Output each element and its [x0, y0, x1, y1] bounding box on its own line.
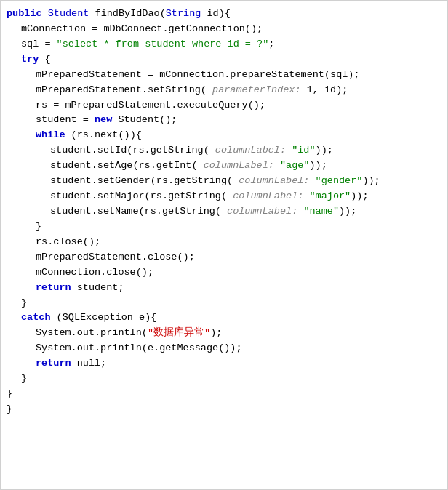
code-line: rs = mPreparedStatement.executeQuery(); — [1, 98, 447, 113]
code-token: { — [39, 52, 50, 68]
code-token: Student — [48, 7, 95, 22]
code-token — [297, 204, 303, 220]
code-line: student.setName(rs.getString( columnLabe… — [1, 204, 447, 220]
code-token: "name" — [303, 204, 339, 220]
code-line: rs.close(); — [1, 235, 447, 250]
code-token: mConnection.close(); — [36, 265, 153, 281]
code-line: while (rs.next()){ — [1, 128, 447, 143]
code-line: sql = "select * from student where id = … — [1, 37, 447, 52]
code-token: "数据库异常" — [148, 326, 210, 341]
code-token: columnLabel: — [227, 204, 297, 220]
code-token: "select * from student where id = ?" — [57, 37, 269, 52]
code-line: try { — [1, 52, 447, 68]
code-token: student.setName(rs.getString( — [50, 204, 227, 220]
code-token — [303, 189, 309, 204]
code-token: student.setGender(rs.getString( — [50, 174, 239, 189]
code-token: ; — [268, 37, 274, 52]
code-token: System.out.println( — [36, 326, 148, 341]
code-line: } — [1, 220, 447, 235]
code-token: "id" — [292, 143, 315, 158]
code-token: )); — [316, 143, 333, 158]
code-token: student.setAge(rs.getInt( — [50, 158, 204, 174]
code-token: id){ — [207, 7, 230, 22]
code-token: rs.close(); — [36, 235, 100, 250]
code-token: student; — [77, 281, 124, 296]
code-token — [274, 158, 280, 174]
code-line: mConnection.close(); — [1, 265, 447, 281]
code-token: } — [7, 387, 12, 402]
code-token: student.setId(rs.getString( — [50, 143, 215, 158]
code-token: student.setMajor(rs.getString( — [50, 189, 233, 204]
code-token: public — [7, 7, 48, 22]
code-token: columnLabel: — [239, 174, 309, 189]
code-line: public Student findByIdDao(String id){ — [1, 7, 447, 22]
code-token: parameterIndex: — [212, 83, 301, 98]
code-line: mPreparedStatement = mConnection.prepare… — [1, 68, 447, 83]
code-line: } — [1, 402, 447, 417]
code-token: "age" — [280, 158, 310, 174]
code-token: )); — [362, 174, 380, 189]
code-token: )); — [339, 204, 356, 220]
code-token: return — [36, 281, 77, 296]
code-token — [286, 143, 292, 158]
code-token: (SQLException e){ — [51, 310, 157, 326]
code-token: new — [95, 113, 118, 128]
code-line: mPreparedStatement.close(); — [1, 250, 447, 265]
code-token: columnLabel: — [215, 143, 286, 158]
code-token: } — [36, 220, 41, 235]
code-line: } — [1, 371, 447, 387]
code-token: } — [21, 371, 27, 387]
code-line: return student; — [1, 281, 447, 296]
code-token: )); — [351, 189, 368, 204]
code-token: findByIdDao( — [95, 7, 166, 22]
code-token: catch — [21, 310, 51, 326]
code-token — [309, 174, 315, 189]
code-line: mPreparedStatement.setString( parameterI… — [1, 83, 447, 98]
code-line: } — [1, 387, 447, 402]
code-token: rs = mPreparedStatement.executeQuery(); — [36, 98, 265, 113]
code-line: return null; — [1, 356, 447, 371]
code-token: ); — [210, 326, 222, 341]
code-token: Student(); — [118, 113, 177, 128]
code-token: columnLabel: — [204, 158, 274, 174]
code-line: } — [1, 296, 447, 311]
code-token: mConnection = mDbConnect.getConnection()… — [21, 22, 263, 37]
code-editor: public Student findByIdDao(String id){mC… — [0, 0, 448, 490]
code-token: try — [21, 52, 39, 68]
code-token: student = — [36, 113, 95, 128]
code-token: String — [166, 7, 207, 22]
code-token: mPreparedStatement.close(); — [36, 250, 195, 265]
code-token: "major" — [309, 189, 351, 204]
code-token: while — [36, 128, 65, 143]
code-token: 1, id); — [301, 83, 348, 98]
code-token: return — [36, 356, 77, 371]
code-line: student = new Student(); — [1, 113, 447, 128]
code-line: student.setGender(rs.getString( columnLa… — [1, 174, 447, 189]
code-line: student.setId(rs.getString( columnLabel:… — [1, 143, 447, 158]
code-line: student.setAge(rs.getInt( columnLabel: "… — [1, 158, 447, 174]
code-token: )); — [309, 158, 327, 174]
code-token: } — [21, 296, 27, 311]
code-line: System.out.println(e.getMessage()); — [1, 341, 447, 356]
code-token: (rs.next()){ — [65, 128, 142, 143]
code-line: mConnection = mDbConnect.getConnection()… — [1, 22, 447, 37]
code-token: null; — [77, 356, 107, 371]
code-token: } — [7, 402, 12, 417]
code-line: catch (SQLException e){ — [1, 310, 447, 326]
code-token: "gender" — [316, 174, 363, 189]
code-line: System.out.println("数据库异常"); — [1, 326, 447, 341]
code-token: mPreparedStatement.setString( — [36, 83, 212, 98]
code-token: columnLabel: — [233, 189, 303, 204]
code-token: sql = — [21, 37, 57, 52]
code-token: mPreparedStatement = mConnection.prepare… — [36, 68, 360, 83]
code-line: student.setMajor(rs.getString( columnLab… — [1, 189, 447, 204]
code-token: System.out.println(e.getMessage()); — [36, 341, 242, 356]
